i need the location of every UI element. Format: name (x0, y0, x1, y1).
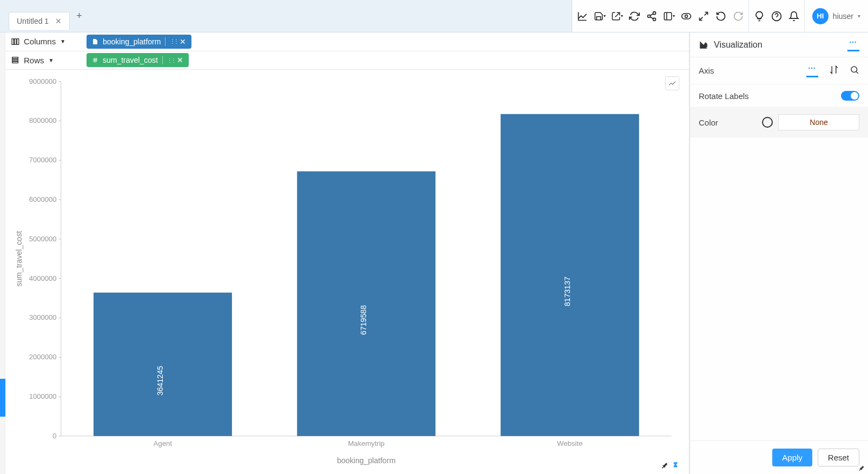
left-rail[interactable] (0, 32, 5, 474)
rows-shelf[interactable]: Rows ▼ sum_travel_cost ⋮⋮ ✕ (5, 51, 689, 70)
columns-label: Columns (24, 37, 56, 46)
fullscreen-icon[interactable] (698, 10, 710, 22)
drag-icon[interactable]: ⋮⋮ (170, 38, 177, 44)
content: Columns ▼ booking_platform ⋮⋮ ✕ Rows ▼ s… (0, 32, 868, 474)
svg-rect-14 (15, 38, 16, 44)
area-chart-icon (699, 40, 708, 50)
save-icon[interactable]: ▾ (594, 10, 606, 22)
hash-icon (92, 57, 98, 63)
bar-value-label: 3641245 (156, 366, 164, 396)
pin-controls (661, 462, 679, 471)
color-select[interactable]: None (778, 114, 859, 130)
svg-point-0 (653, 11, 655, 14)
rotate-labels-label: Rotate Labels (699, 91, 749, 101)
rows-icon (11, 56, 19, 64)
svg-line-32 (856, 71, 858, 73)
rows-label: Rows (24, 56, 44, 65)
bar-chart[interactable]: 0100000020000003000000400000050000006000… (12, 75, 683, 470)
y-tick-label: 0 (52, 432, 56, 440)
columns-shelf[interactable]: Columns ▼ booking_platform ⋮⋮ ✕ (5, 32, 689, 51)
tab-strip: Untitled 1 ✕ + (0, 0, 82, 32)
svg-point-1 (647, 15, 650, 17)
user-menu[interactable]: HI hiuser ▾ (805, 8, 868, 24)
more-icon[interactable]: ⋯ (849, 38, 858, 47)
bar-value-label: 8173137 (563, 276, 572, 306)
caret-down-icon: ▼ (60, 38, 65, 44)
rows-shelf-header[interactable]: Rows ▼ (11, 56, 81, 65)
color-value: None (810, 118, 827, 127)
help-icon[interactable] (771, 10, 783, 22)
svg-rect-17 (12, 60, 18, 61)
line-chart-icon[interactable] (577, 10, 588, 22)
y-tick-label: 6000000 (29, 195, 57, 203)
undo-icon[interactable] (715, 10, 727, 22)
chart-options-button[interactable] (665, 76, 679, 90)
column-pill[interactable]: booking_platform ⋮⋮ ✕ (87, 35, 191, 49)
pin-icon[interactable] (858, 464, 865, 473)
row-pill-label: sum_travel_cost (103, 56, 158, 64)
bar[interactable] (297, 172, 435, 436)
eye-icon[interactable] (680, 10, 692, 22)
reset-button[interactable]: Reset (818, 449, 859, 466)
pin-icon[interactable] (661, 462, 668, 471)
share-icon[interactable] (646, 10, 658, 22)
toolbar-group-charts: ▾ ▾ ▾ (572, 0, 749, 32)
bar-value-label: 6719588 (359, 305, 368, 335)
rotate-labels-toggle[interactable] (841, 91, 859, 101)
redo-icon[interactable] (732, 10, 744, 22)
search-icon[interactable] (850, 65, 859, 76)
svg-rect-18 (12, 62, 18, 63)
top-bar: Untitled 1 ✕ + ▾ ▾ ▾ HI hiuser ▾ (0, 0, 868, 32)
bar[interactable] (94, 293, 232, 436)
y-tick-label: 7000000 (29, 156, 57, 164)
svg-rect-13 (12, 38, 14, 44)
x-tick-label: Website (557, 439, 582, 447)
svg-rect-16 (12, 57, 18, 59)
toolbar-group-help (749, 0, 805, 32)
svg-rect-15 (17, 38, 18, 44)
apply-button[interactable]: Apply (772, 449, 812, 466)
close-icon[interactable]: ✕ (55, 17, 62, 25)
y-tick-label: 3000000 (29, 314, 57, 322)
columns-shelf-header[interactable]: Columns ▼ (11, 37, 81, 46)
worksheet-tab[interactable]: Untitled 1 ✕ (9, 12, 70, 30)
y-tick-label: 9000000 (29, 77, 57, 85)
sort-icon[interactable] (829, 65, 839, 76)
main-column: Columns ▼ booking_platform ⋮⋮ ✕ Rows ▼ s… (5, 32, 690, 474)
bell-icon[interactable] (788, 10, 800, 22)
column-pill-label: booking_platform (103, 37, 161, 46)
y-axis-label: sum_travel_cost (15, 231, 23, 287)
color-row: Color None (690, 108, 868, 137)
hourglass-icon[interactable] (672, 462, 679, 471)
avatar: HI (812, 8, 829, 24)
x-axis-label: booking_platform (337, 456, 395, 465)
caret-down-icon: ▼ (49, 57, 54, 63)
rotate-labels-row: Rotate Labels (690, 84, 868, 108)
chevron-down-icon: ▾ (858, 13, 860, 19)
axis-more-icon[interactable]: ⋯ (808, 64, 817, 73)
svg-rect-5 (664, 12, 672, 20)
add-tab-button[interactable]: + (76, 10, 82, 22)
columns-icon (11, 37, 19, 46)
color-ring-icon[interactable] (762, 117, 773, 128)
y-tick-label: 4000000 (29, 274, 57, 282)
layout-icon[interactable]: ▾ (663, 10, 675, 22)
row-pill[interactable]: sum_travel_cost ⋮⋮ ✕ (87, 53, 189, 67)
y-tick-label: 2000000 (29, 353, 57, 361)
export-icon[interactable]: ▾ (611, 10, 623, 22)
remove-icon[interactable]: ✕ (180, 37, 186, 46)
x-tick-label: Makemytrip (348, 439, 385, 447)
bulb-icon[interactable] (753, 10, 765, 22)
refresh-icon[interactable] (628, 10, 640, 22)
svg-line-4 (650, 17, 653, 18)
svg-line-9 (705, 12, 708, 15)
bar[interactable] (501, 114, 639, 436)
active-indicator (847, 50, 859, 51)
axis-row: Axis ⋯ (690, 57, 868, 84)
svg-point-8 (685, 15, 687, 17)
axis-label: Axis (699, 66, 714, 75)
svg-point-31 (851, 67, 857, 73)
left-rail-indicator (0, 379, 5, 417)
drag-icon[interactable]: ⋮⋮ (167, 57, 175, 63)
remove-icon[interactable]: ✕ (177, 56, 183, 64)
